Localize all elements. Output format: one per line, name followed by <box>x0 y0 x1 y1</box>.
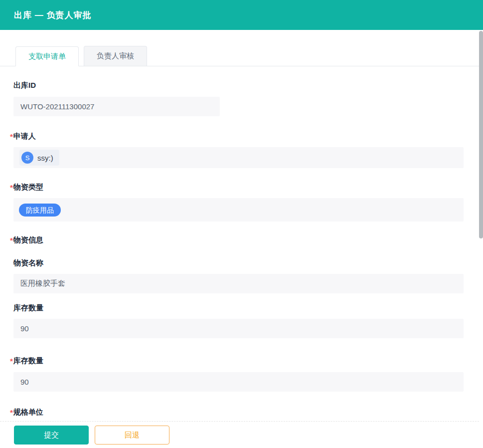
scrollbar-track[interactable] <box>479 30 483 448</box>
withdrawal-form: 出库ID WUTO-202111300027 * 申请人 S ssy:) * 物… <box>0 80 483 417</box>
material-type-tag[interactable]: 防疫用品 <box>19 204 61 217</box>
outbound-id-label-text: 出库ID <box>13 81 36 90</box>
submit-button[interactable]: 提交 <box>14 426 89 445</box>
material-type-field[interactable]: 防疫用品 <box>13 198 464 222</box>
material-info-label-text: 物资信息 <box>13 235 43 245</box>
stock-quantity-inner-label: 库存数量 <box>13 303 464 313</box>
stock-quantity-value: 90 <box>20 378 29 386</box>
stock-quantity-field[interactable]: 90 <box>13 372 464 392</box>
applicant-avatar: S <box>21 152 33 164</box>
tab-supervisor-review[interactable]: 负责人审核 <box>84 46 147 66</box>
outbound-id-value: WUTO-202111300027 <box>20 102 94 111</box>
required-mark: * <box>10 132 13 141</box>
stock-quantity-inner-field[interactable]: 90 <box>13 319 464 338</box>
applicant-label-text: 申请人 <box>13 132 36 141</box>
stock-quantity-label-text: 库存数量 <box>13 356 43 366</box>
tab-withdrawal-form[interactable]: 支取申请单 <box>15 46 79 66</box>
material-name-field[interactable]: 医用橡胶手套 <box>13 274 464 293</box>
applicant-chip[interactable]: S ssy:) <box>19 150 59 166</box>
material-type-label: * 物资类型 <box>13 182 464 192</box>
applicant-field[interactable]: S ssy:) <box>13 147 464 168</box>
action-footer: 提交 回退 <box>0 421 479 448</box>
dialog-header: 出库 — 负责人审批 <box>0 0 483 30</box>
applicant-label: * 申请人 <box>13 131 464 141</box>
return-button[interactable]: 回退 <box>95 426 169 445</box>
scrollbar-thumb[interactable] <box>479 31 483 238</box>
page-title: 出库 — 负责人审批 <box>14 9 91 21</box>
stock-quantity-inner-value: 90 <box>20 324 29 333</box>
required-mark: * <box>10 408 13 417</box>
outbound-id-field[interactable]: WUTO-202111300027 <box>13 97 220 116</box>
required-mark: * <box>10 183 13 192</box>
required-mark: * <box>10 236 13 244</box>
stock-quantity-label: * 库存数量 <box>13 356 464 366</box>
material-type-label-text: 物资类型 <box>13 183 43 192</box>
applicant-name: ssy:) <box>37 154 53 162</box>
stock-quantity-inner-label-text: 库存数量 <box>13 303 43 313</box>
spec-unit-label-text: 规格单位 <box>13 408 43 417</box>
material-name-value: 医用橡胶手套 <box>20 279 65 288</box>
outbound-id-label: 出库ID <box>13 80 464 90</box>
spec-unit-label: * 规格单位 <box>13 407 464 417</box>
material-name-label: 物资名称 <box>13 258 464 268</box>
required-mark: * <box>10 357 13 365</box>
material-info-label: * 物资信息 <box>13 235 464 245</box>
tab-bar: 支取申请单 负责人审核 <box>0 46 483 66</box>
material-name-label-text: 物资名称 <box>13 258 43 268</box>
